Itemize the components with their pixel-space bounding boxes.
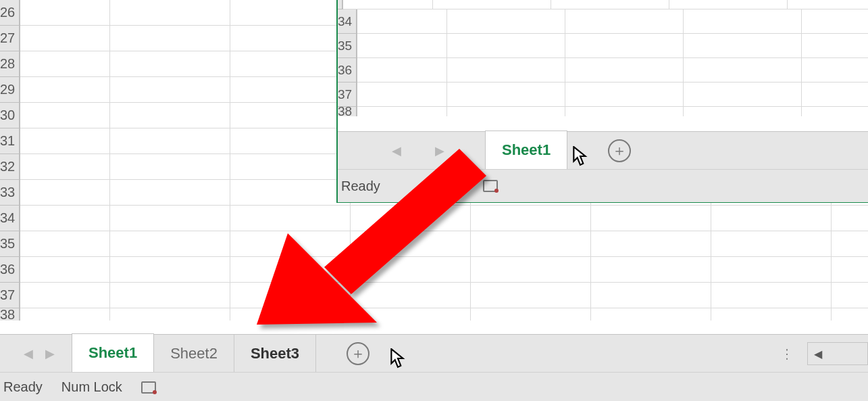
grid-cell[interactable] (447, 34, 565, 58)
overlay-sheet-tab-1[interactable]: Sheet1 (485, 131, 567, 171)
row-header[interactable]: 29 (0, 77, 20, 103)
overlay-add-sheet-button[interactable]: ＋ (608, 139, 631, 162)
row-header[interactable]: 36 (338, 58, 357, 82)
grid-cell[interactable] (591, 283, 711, 308)
row-header[interactable]: 31 (0, 128, 20, 154)
scroll-left-icon[interactable]: ◀ (808, 344, 828, 363)
grid-cell[interactable] (832, 308, 868, 321)
grid-cell[interactable] (447, 58, 565, 82)
grid-cell[interactable] (357, 58, 447, 82)
horizontal-scrollbar[interactable]: ◀ (807, 335, 868, 373)
grid-cell[interactable] (357, 107, 447, 116)
grid-cell[interactable] (20, 206, 110, 231)
grid-cell[interactable] (110, 308, 230, 321)
grid-cell[interactable] (832, 283, 868, 308)
grid-cell[interactable] (565, 82, 684, 107)
grid-cell[interactable] (565, 9, 684, 34)
grid-row[interactable]: 35 (338, 34, 868, 58)
grid-cell[interactable] (110, 206, 230, 231)
grid-cell[interactable] (447, 9, 565, 34)
grid-cell[interactable] (20, 0, 110, 26)
grid-cell[interactable] (20, 231, 110, 257)
grid-cell[interactable] (684, 58, 802, 82)
grid-cell[interactable] (591, 231, 711, 257)
grid-cell[interactable] (802, 82, 868, 107)
row-header[interactable]: 35 (338, 34, 357, 58)
row-header[interactable]: 33 (0, 180, 20, 206)
grid-cell[interactable] (20, 283, 110, 308)
row-header[interactable]: 27 (0, 26, 20, 51)
grid-cell[interactable] (110, 51, 230, 77)
row-header[interactable]: 34 (0, 206, 20, 231)
grid-cell[interactable] (20, 26, 110, 51)
sheet-tab-1[interactable]: Sheet1 (72, 333, 154, 374)
sheet-tab-2[interactable]: Sheet2 (154, 335, 234, 373)
grid-cell[interactable] (565, 107, 684, 116)
row-header[interactable]: 28 (0, 51, 20, 77)
grid-cell[interactable] (20, 128, 110, 154)
grid-cell[interactable] (711, 257, 832, 283)
grid-cell[interactable] (802, 107, 868, 116)
grid-cell[interactable] (802, 34, 868, 58)
grid-cell[interactable] (230, 26, 351, 51)
grid-cell[interactable] (20, 257, 110, 283)
grid-cell[interactable] (802, 9, 868, 34)
grid-cell[interactable] (684, 9, 802, 34)
grid-cell[interactable] (230, 77, 351, 103)
grid-cell[interactable] (110, 180, 230, 206)
grid-row[interactable]: 34 (338, 9, 868, 34)
grid-cell[interactable] (447, 107, 565, 116)
grid-cell[interactable] (471, 308, 591, 321)
grid-cell[interactable] (110, 128, 230, 154)
grid-cell[interactable] (684, 82, 802, 107)
grid-cell[interactable] (832, 231, 868, 257)
grid-cell[interactable] (591, 308, 711, 321)
grid-cell[interactable] (110, 103, 230, 128)
row-header[interactable]: 34 (338, 9, 357, 34)
grid-cell[interactable] (110, 257, 230, 283)
grid-cell[interactable] (565, 34, 684, 58)
grid-cell[interactable] (110, 283, 230, 308)
row-header[interactable]: 35 (0, 231, 20, 257)
grid-cell[interactable] (711, 308, 832, 321)
grid-cell[interactable] (110, 77, 230, 103)
macro-record-icon[interactable] (141, 381, 156, 394)
row-header[interactable]: 32 (0, 154, 20, 180)
grid-cell[interactable] (711, 231, 832, 257)
grid-cell[interactable] (20, 77, 110, 103)
grid-cell[interactable] (447, 82, 565, 107)
grid-cell[interactable] (230, 103, 351, 128)
grid-row[interactable]: 36 (338, 58, 868, 82)
grid-cell[interactable] (20, 308, 110, 321)
grid-cell[interactable] (711, 283, 832, 308)
row-header[interactable]: 38 (338, 107, 357, 116)
tab-bar-options-icon[interactable]: ⋯ (769, 348, 807, 360)
grid-cell[interactable] (802, 58, 868, 82)
row-header[interactable]: 37 (0, 283, 20, 308)
grid-cell[interactable] (684, 34, 802, 58)
grid-cell[interactable] (471, 206, 591, 231)
grid-cell[interactable] (471, 231, 591, 257)
grid-cell[interactable] (357, 9, 447, 34)
grid-cell[interactable] (357, 82, 447, 107)
grid-cell[interactable] (20, 103, 110, 128)
row-header[interactable]: 38 (0, 308, 20, 321)
tab-nav-next-icon[interactable]: ▶ (45, 346, 55, 361)
grid-cell[interactable] (357, 34, 447, 58)
grid-cell[interactable] (471, 283, 591, 308)
grid-cell[interactable] (832, 206, 868, 231)
grid-cell[interactable] (684, 107, 802, 116)
grid-cell[interactable] (20, 154, 110, 180)
spreadsheet-grid-overlay[interactable]: 3435363738 (338, 0, 868, 116)
grid-cell[interactable] (20, 51, 110, 77)
grid-cell[interactable] (832, 257, 868, 283)
grid-row[interactable]: 37 (338, 82, 868, 107)
tab-nav-prev-icon[interactable]: ◀ (24, 346, 33, 361)
grid-cell[interactable] (110, 154, 230, 180)
grid-row[interactable]: 38 (338, 107, 868, 116)
grid-cell[interactable] (591, 206, 711, 231)
row-header[interactable]: 30 (0, 103, 20, 128)
grid-cell[interactable] (110, 26, 230, 51)
grid-cell[interactable] (591, 257, 711, 283)
row-header[interactable]: 26 (0, 0, 20, 26)
